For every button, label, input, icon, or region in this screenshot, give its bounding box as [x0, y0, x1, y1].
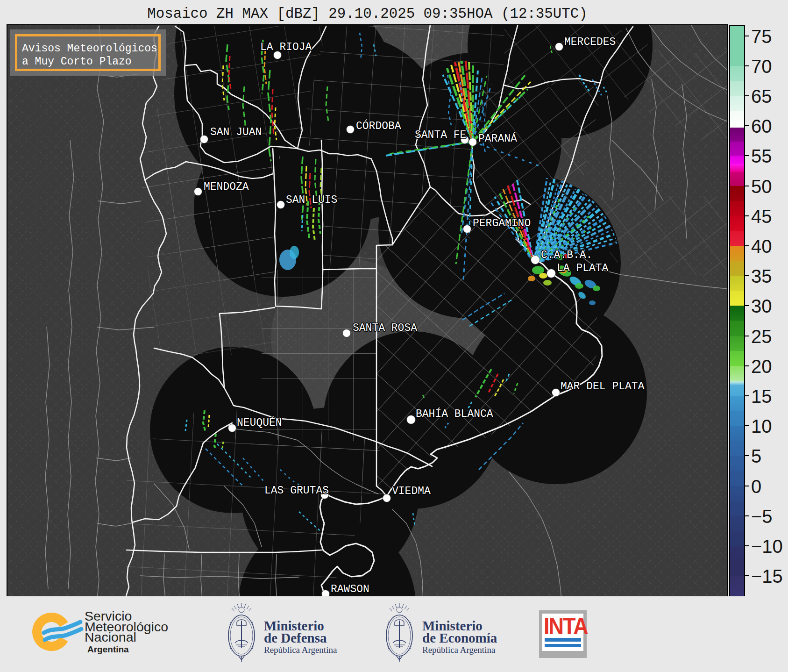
svg-text:SAN LUIS: SAN LUIS: [286, 194, 337, 206]
svg-text:CÓRDOBA: CÓRDOBA: [356, 119, 401, 132]
svg-text:PARANÁ: PARANÁ: [478, 132, 517, 145]
svg-text:RAWSON: RAWSON: [331, 583, 369, 595]
svg-text:MERCEDES: MERCEDES: [564, 36, 616, 48]
svg-text:LAS GRUTAS: LAS GRUTAS: [264, 485, 329, 497]
svg-text:LA RIOJA: LA RIOJA: [260, 41, 312, 53]
svg-text:SAN JUAN: SAN JUAN: [210, 126, 262, 138]
svg-text:MENDOZA: MENDOZA: [204, 181, 249, 193]
svg-text:PERGAMINO: PERGAMINO: [473, 217, 531, 229]
svg-text:MAR DEL PLATA: MAR DEL PLATA: [561, 380, 645, 393]
svg-text:VIEDMA: VIEDMA: [392, 485, 431, 497]
svg-text:NEUQUÉN: NEUQUÉN: [237, 416, 282, 429]
svg-text:LA PLATA: LA PLATA: [557, 262, 609, 274]
svg-text:SANTA FE: SANTA FE: [415, 129, 466, 141]
svg-text:BAHÍA BLANCA: BAHÍA BLANCA: [416, 407, 493, 420]
svg-text:SANTA ROSA: SANTA ROSA: [353, 322, 417, 334]
svg-text:C.A.B.A.: C.A.B.A.: [541, 249, 592, 261]
